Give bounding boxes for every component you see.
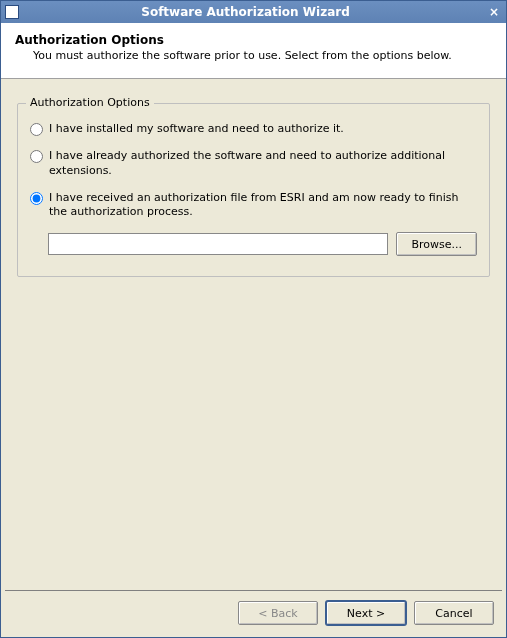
window-title: Software Authorization Wizard [5, 5, 486, 19]
auth-options-group: Authorization Options I have installed m… [17, 103, 490, 277]
browse-button[interactable]: Browse... [396, 232, 477, 256]
next-button[interactable]: Next > [326, 601, 406, 625]
body-panel: Authorization Options I have installed m… [1, 79, 506, 590]
page-heading: Authorization Options [15, 33, 492, 47]
auth-file-input[interactable] [48, 233, 388, 255]
radio-row-additional[interactable]: I have already authorized the software a… [30, 149, 477, 179]
back-button[interactable]: < Back [238, 601, 318, 625]
wizard-window: Software Authorization Wizard × Authoriz… [0, 0, 507, 638]
footer-panel: < Back Next > Cancel [1, 591, 506, 637]
radio-install-label: I have installed my software and need to… [49, 122, 344, 137]
auth-file-row: Browse... [48, 232, 477, 256]
cancel-button[interactable]: Cancel [414, 601, 494, 625]
page-subheading: You must authorize the software prior to… [33, 49, 492, 62]
titlebar: Software Authorization Wizard × [1, 1, 506, 23]
close-button[interactable]: × [486, 4, 502, 20]
radio-file[interactable] [30, 192, 43, 205]
client-area: Authorization Options You must authorize… [1, 23, 506, 637]
radio-additional-label: I have already authorized the software a… [49, 149, 477, 179]
radio-row-install[interactable]: I have installed my software and need to… [30, 122, 477, 137]
radio-file-label: I have received an authorization file fr… [49, 191, 477, 221]
radio-row-file[interactable]: I have received an authorization file fr… [30, 191, 477, 221]
radio-additional[interactable] [30, 150, 43, 163]
header-panel: Authorization Options You must authorize… [1, 23, 506, 79]
group-legend: Authorization Options [26, 96, 154, 109]
radio-install[interactable] [30, 123, 43, 136]
close-icon: × [489, 5, 499, 19]
